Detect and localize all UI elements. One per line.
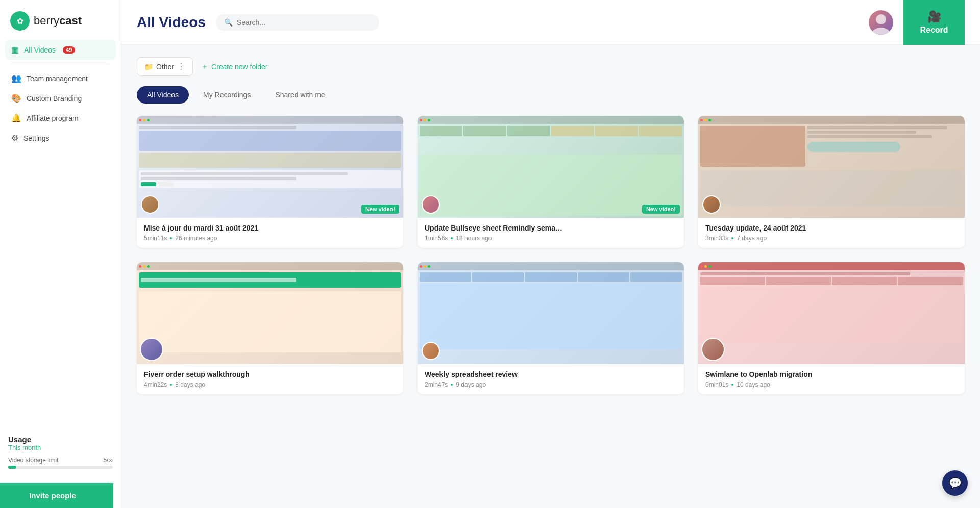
- thumb-block: [700, 287, 963, 343]
- sidebar-item-label: Team management: [27, 74, 88, 83]
- invite-people-button[interactable]: Invite people: [0, 483, 113, 508]
- tab-my-recordings[interactable]: My Recordings: [193, 86, 261, 104]
- chat-icon: 💬: [949, 477, 962, 489]
- search-box[interactable]: 🔍: [216, 14, 379, 31]
- thumb-btn: [141, 182, 156, 186]
- close-dot: [139, 119, 141, 121]
- sidebar-item-custom-branding[interactable]: 🎨 Custom Branding: [5, 88, 116, 108]
- max-dot: [428, 119, 430, 121]
- usage-bar-fill: [8, 466, 16, 469]
- thumb-line: [807, 126, 947, 129]
- sidebar: ✿ berrycast ▦ All Videos 49 👥 Team manag…: [0, 0, 121, 508]
- cell: [639, 126, 682, 136]
- create-folder-button[interactable]: ＋ Create new folder: [201, 62, 268, 71]
- header: All Videos 🔍 🎥 Record: [121, 0, 980, 45]
- video-meta: 1min56s 18 hours ago: [425, 235, 677, 242]
- video-thumbnail: [418, 262, 684, 364]
- sidebar-item-label: Affiliate program: [27, 114, 79, 122]
- close-dot: [700, 119, 703, 121]
- max-dot: [708, 119, 711, 121]
- logo-text: berrycast: [34, 14, 82, 28]
- settings-icon: ⚙: [11, 133, 18, 143]
- thumb-topbar: [418, 262, 684, 270]
- sidebar-navigation: ▦ All Videos 49 👥 Team management 🎨 Cust…: [0, 40, 121, 148]
- video-duration: 5min11s: [144, 235, 167, 242]
- all-videos-badge: 49: [63, 46, 75, 54]
- min-dot: [143, 265, 145, 268]
- video-card[interactable]: Fiverr order setup walkthrough 4min22s 8…: [137, 262, 403, 394]
- thumb-line: [141, 177, 296, 180]
- video-time-ago: 7 days ago: [737, 235, 767, 242]
- meta-dot: [170, 384, 172, 386]
- logo-icon: ✿: [10, 11, 30, 31]
- video-duration: 4min22s: [144, 381, 167, 388]
- sidebar-item-team-management[interactable]: 👥 Team management: [5, 68, 116, 88]
- nav-divider: [11, 64, 110, 64]
- video-card[interactable]: Swimlane to Openlab migration 6min01s 10…: [698, 262, 965, 394]
- thumb-grid: [420, 272, 682, 282]
- video-card[interactable]: New video! Mise à jour du mardi 31 août …: [137, 116, 403, 248]
- video-info: Fiverr order setup walkthrough 4min22s 8…: [137, 364, 403, 394]
- page-title: All Videos: [137, 14, 206, 31]
- thumb-topbar: [698, 262, 965, 270]
- cell: [898, 277, 963, 285]
- sidebar-item-all-videos[interactable]: ▦ All Videos 49: [5, 40, 116, 60]
- storage-value: 5/∞: [103, 456, 113, 464]
- video-card[interactable]: New video! Update Bullseye sheet Remindl…: [418, 116, 684, 248]
- thumb-block: [139, 291, 401, 352]
- thumb-row: [700, 126, 963, 167]
- video-card[interactable]: Weekly spreadsheet review 2min47s 9 days…: [418, 262, 684, 394]
- video-info: Weekly spreadsheet review 2min47s 9 days…: [418, 364, 684, 394]
- affiliate-icon: 🔔: [11, 113, 21, 123]
- search-input[interactable]: [237, 18, 370, 27]
- sidebar-item-settings[interactable]: ⚙ Settings: [5, 128, 116, 148]
- sidebar-item-label: Custom Branding: [27, 94, 82, 103]
- video-duration: 2min47s: [425, 381, 448, 388]
- content-area: 📁 Other ⋮ ＋ Create new folder All Videos…: [121, 45, 980, 508]
- min-dot: [704, 265, 707, 268]
- video-meta: 3min33s 7 days ago: [705, 235, 958, 242]
- video-presenter-avatar: [702, 195, 721, 214]
- folder-options-icon[interactable]: ⋮: [177, 62, 185, 71]
- video-presenter-avatar: [422, 195, 440, 214]
- video-thumbnail: [698, 116, 965, 218]
- meta-dot: [170, 237, 172, 239]
- video-thumbnail: [137, 262, 403, 364]
- thumb-line: [141, 172, 348, 175]
- usage-bar-bg: [8, 466, 113, 469]
- folder-icon: 📁: [144, 63, 153, 71]
- video-info: Swimlane to Openlab migration 6min01s 10…: [698, 364, 965, 394]
- video-duration: 3min33s: [705, 235, 728, 242]
- thumb-topbar: [137, 116, 403, 124]
- storage-label: Video storage limit: [8, 456, 59, 464]
- cell: [578, 272, 629, 282]
- thumbnail-content: [418, 116, 684, 218]
- avatar-image: [869, 10, 893, 35]
- usage-subtitle: This month: [8, 444, 113, 451]
- record-button[interactable]: 🎥 Record: [903, 0, 965, 45]
- cell: [630, 272, 682, 282]
- video-grid: New video! Mise à jour du mardi 31 août …: [137, 116, 965, 394]
- chat-widget[interactable]: 💬: [942, 470, 968, 496]
- cell: [551, 126, 594, 136]
- video-card[interactable]: Tuesday update, 24 août 2021 3min33s 7 d…: [698, 116, 965, 248]
- cell: [420, 272, 471, 282]
- tab-shared-with-me[interactable]: Shared with me: [265, 86, 335, 104]
- min-dot: [424, 265, 426, 268]
- meta-dot: [731, 237, 733, 239]
- close-dot: [139, 265, 141, 268]
- max-dot: [428, 265, 430, 268]
- meta-dot: [731, 384, 733, 386]
- min-dot: [704, 119, 707, 121]
- svg-point-1: [871, 28, 891, 35]
- tab-all-videos[interactable]: All Videos: [137, 86, 189, 104]
- cell: [463, 126, 506, 136]
- folder-chip[interactable]: 📁 Other ⋮: [137, 57, 193, 76]
- video-meta: 6min01s 10 days ago: [705, 381, 958, 388]
- user-avatar[interactable]: [869, 10, 893, 35]
- thumb-badge: [807, 142, 901, 152]
- logo[interactable]: ✿ berrycast: [0, 0, 121, 40]
- sidebar-item-affiliate[interactable]: 🔔 Affiliate program: [5, 108, 116, 128]
- thumb-grid: [420, 126, 682, 153]
- thumb-block: [139, 131, 401, 151]
